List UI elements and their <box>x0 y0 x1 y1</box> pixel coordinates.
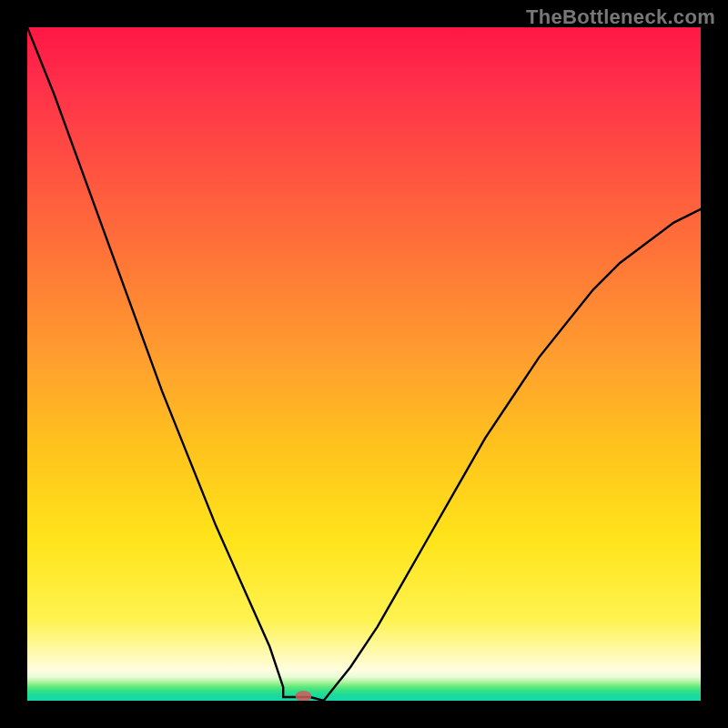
chart-curve <box>27 27 701 701</box>
watermark: TheBottleneck.com <box>526 5 715 29</box>
min-marker <box>295 691 311 701</box>
plot-area <box>27 27 701 701</box>
chart-svg <box>27 27 701 701</box>
chart-container: TheBottleneck.com <box>0 0 728 728</box>
